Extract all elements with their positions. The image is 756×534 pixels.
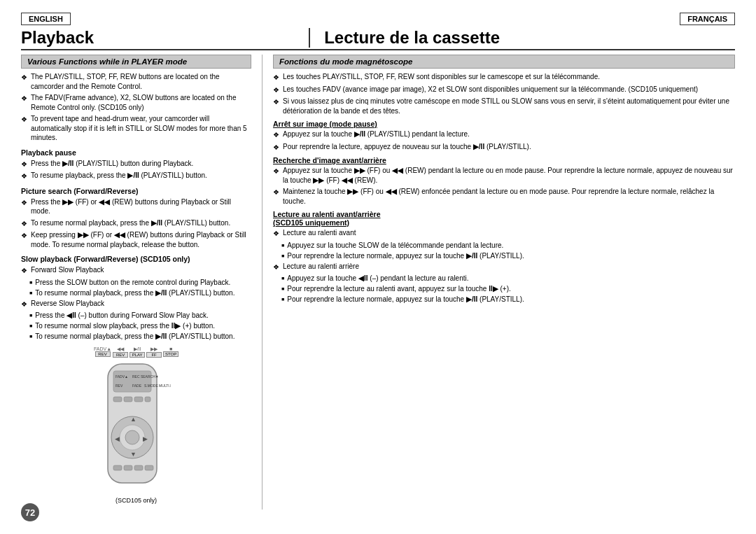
bullet-text: Maintenez la touche ▶▶ (FF) ou ◀◀ (REW) … (283, 187, 735, 206)
list-item: ■ Pour reprendre la lecture normale, app… (281, 251, 735, 260)
list-item: ■ To resume normal playback, press the ▶… (29, 332, 251, 341)
svg-text:◀: ◀ (115, 435, 120, 442)
sub-text: To resume normal slow playback, press th… (35, 321, 215, 330)
svg-text:FADV▲: FADV▲ (115, 374, 128, 379)
bullet-diamond: ❖ (21, 94, 27, 104)
slow-playback-section: Slow playback (Forward/Reverse) (SCD105 … (21, 255, 251, 341)
fr-lecture-section: Lecture au ralenti avant/arrière (SCD105… (273, 210, 735, 304)
francais-tab: FRANÇAIS (680, 13, 735, 25)
square-bullet: ■ (281, 275, 284, 281)
list-item: ■ To resume normal slow playback, press … (29, 321, 251, 330)
english-tab: ENGLISH (21, 13, 71, 25)
square-bullet: ■ (29, 333, 32, 339)
bullet-diamond: ❖ (21, 266, 27, 276)
bullet-text: Appuyez sur la touche ▶/II (PLAY/STILL) … (283, 129, 735, 139)
list-item: ■ Appuyez sur la touche SLOW de la téléc… (281, 241, 735, 250)
svg-rect-20 (134, 465, 143, 470)
svg-rect-18 (113, 465, 122, 470)
bullet-text: Les touches FADV (avance image par image… (283, 85, 735, 94)
list-item: ❖ The PLAY/STILL, STOP, FF, REW buttons … (21, 72, 251, 91)
picture-search-title: Picture search (Forward/Reverse) (21, 187, 251, 195)
bullet-text: To resume playback, press the ▶/II (PLAY… (31, 171, 251, 181)
intro-bullets-right: ❖ Les touches PLAY/STILL, STOP, FF, REW … (273, 72, 735, 115)
list-item: ❖ Forward Slow Playback (21, 265, 251, 276)
bullet-text: Pour reprendre la lecture, appuyez de no… (283, 142, 735, 152)
list-item: ❖ Maintenez la touche ▶▶ (FF) ou ◀◀ (REW… (273, 187, 735, 206)
sub-text: To resume normal playback, press the ▶/I… (35, 288, 234, 297)
section-header-left: Various Functions while in PLAYER mode (21, 55, 251, 69)
svg-rect-21 (145, 465, 153, 470)
svg-rect-14 (113, 397, 122, 402)
bullet-text: Reverse Slow Playback (31, 299, 251, 309)
square-bullet: ■ (29, 279, 32, 286)
bullet-diamond: ❖ (273, 143, 279, 153)
remote-image-area: FADV▲ REV ◀◀ REV ▶/II PLAY ▶▶ (21, 346, 251, 504)
right-column: Fonctions du mode magnétoscope ❖ Les tou… (262, 55, 735, 510)
section-header-right: Fonctions du mode magnétoscope (273, 55, 735, 69)
bullet-text: Press the ▶/II (PLAY/STILL) button durin… (31, 159, 251, 169)
fr-recherche-section: ❖ Appuyez sur la touche ▶▶ (FF) ou ◀◀ (R… (273, 166, 735, 206)
square-bullet: ■ (281, 253, 284, 259)
svg-rect-19 (124, 465, 132, 470)
page-number: 72 (21, 503, 39, 521)
square-bullet: ■ (281, 242, 284, 248)
list-item: ❖ The FADV(Frame advance), X2, SLOW butt… (21, 93, 251, 112)
list-item: ■ Appuyez sur la touche ◀II (–) pendant … (281, 274, 735, 283)
svg-text:REV: REV (115, 384, 123, 388)
list-item: ❖ Les touches PLAY/STILL, STOP, FF, REW … (273, 72, 735, 83)
list-item: ❖ Lecture au ralenti arrière (273, 262, 735, 272)
bullet-text: Keep pressing ▶▶ (FF) or ◀◀ (REW) button… (31, 230, 251, 249)
list-item: ■ Pour reprendre la lecture au ralenti a… (281, 284, 735, 293)
sub-text: Appuyez sur la touche SLOW de la télécom… (287, 241, 503, 250)
bullet-diamond: ❖ (21, 300, 27, 309)
bullet-diamond: ❖ (21, 115, 27, 125)
square-bullet: ■ (281, 296, 284, 302)
svg-text:REC SEARCH▼: REC SEARCH▼ (132, 374, 159, 379)
playback-pause-title: Playback pause (21, 148, 251, 157)
list-item: ❖ Pour reprendre la lecture, appuyez de … (273, 142, 735, 153)
sub-text: Appuyez sur la touche ◀II (–) pendant la… (287, 274, 468, 283)
title-english: Playback (21, 28, 310, 48)
bullet-diamond: ❖ (273, 262, 279, 272)
picture-search-section: ❖ Press the ▶▶ (FF) or ◀◀ (REW) buttons … (21, 197, 251, 250)
bullet-diamond: ❖ (273, 97, 279, 107)
bullet-text: Forward Slow Playback (31, 265, 251, 275)
svg-rect-15 (124, 397, 132, 402)
remote-label: (SCD105 only) (94, 497, 178, 504)
square-bullet: ■ (29, 290, 32, 296)
playback-pause-section: ❖ Press the ▶/II (PLAY/STILL) button dur… (21, 159, 251, 181)
bullet-text: The FADV(Frame advance), X2, SLOW button… (31, 93, 251, 112)
bullet-text: Lecture au ralenti avant (283, 228, 735, 238)
bullet-diamond: ❖ (273, 167, 279, 176)
bullet-diamond: ❖ (21, 171, 27, 181)
sub-text: Pour reprendre la lecture normale, appuy… (287, 251, 524, 260)
bullet-text: The PLAY/STILL, STOP, FF, REW buttons ar… (31, 72, 251, 91)
slow-playback-title: Slow playback (Forward/Reverse) (SCD105 … (21, 255, 251, 263)
square-bullet: ■ (29, 323, 32, 329)
left-column: Various Functions while in PLAYER mode ❖… (21, 55, 262, 510)
svg-text:▲: ▲ (130, 416, 136, 423)
square-bullet: ■ (281, 286, 284, 292)
sub-text: To resume normal playback, press the ▶/I… (35, 332, 234, 341)
bullet-text: To resume normal playback, press the ▶/I… (31, 218, 251, 228)
list-item: ❖ Appuyez sur la touche ▶/II (PLAY/STILL… (273, 129, 735, 140)
title-french: Lecture de la cassette (310, 28, 735, 48)
list-item: ■ Press the ◀II (–) button during Forwar… (29, 311, 251, 320)
fr-recherche-title: Recherche d'image avant/arrière (273, 156, 735, 164)
fr-lecture-title: Lecture au ralenti avant/arrière (SCD105… (273, 210, 735, 227)
title-row: Playback Lecture de la cassette (21, 28, 735, 50)
bullet-diamond: ❖ (273, 73, 279, 83)
bullet-text: Appuyez sur la touche ▶▶ (FF) ou ◀◀ (REW… (283, 166, 735, 185)
list-item: ❖ To resume normal playback, press the ▶… (21, 218, 251, 229)
remote-control-svg: FADV▲ REC SEARCH▼ REV FADE S.MODE MULTI.… (94, 360, 171, 493)
bullet-diamond: ❖ (273, 85, 279, 95)
list-item: ■ To resume normal playback, press the ▶… (29, 288, 251, 297)
svg-rect-17 (145, 397, 150, 402)
sub-bullets: ■ Press the SLOW button on the remote co… (29, 278, 251, 297)
fr-lecture-arriere-bullets: ■ Appuyez sur la touche ◀II (–) pendant … (281, 274, 735, 304)
sub-text: Pour reprendre la lecture normale, appuy… (287, 295, 524, 304)
bullet-diamond: ❖ (273, 188, 279, 197)
bullet-diamond: ❖ (21, 231, 27, 241)
sub-text: Press the SLOW button on the remote cont… (35, 278, 230, 287)
bullet-diamond: ❖ (21, 160, 27, 169)
